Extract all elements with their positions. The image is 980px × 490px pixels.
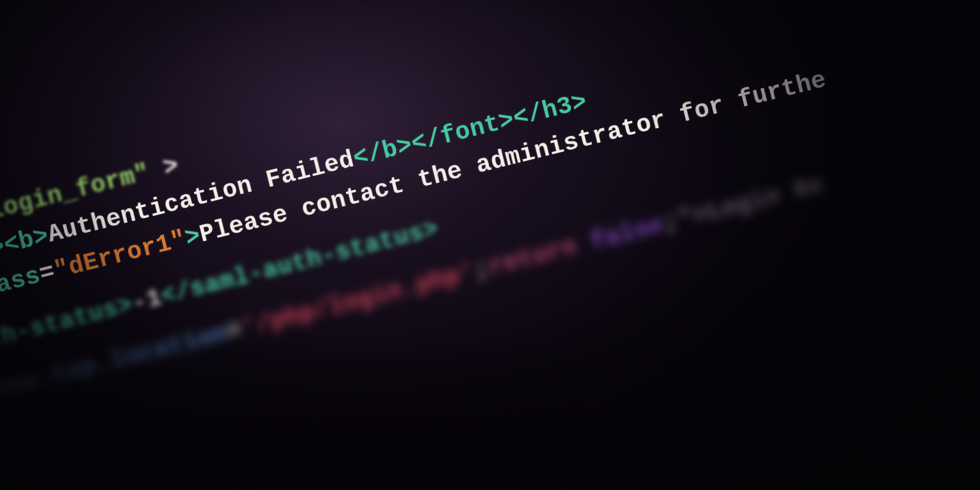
obj-window: indow [0, 367, 41, 412]
prop-top: top [49, 352, 99, 390]
tag-b-open: <b> [1, 222, 51, 260]
code-block: 10px 10px 10px 10px 10px 10px ight: bold… [0, 0, 980, 485]
tag-close: > [146, 152, 182, 186]
code-photo-scene: 10px 10px 10px 10px 10px 10px ight: bold… [0, 0, 980, 490]
